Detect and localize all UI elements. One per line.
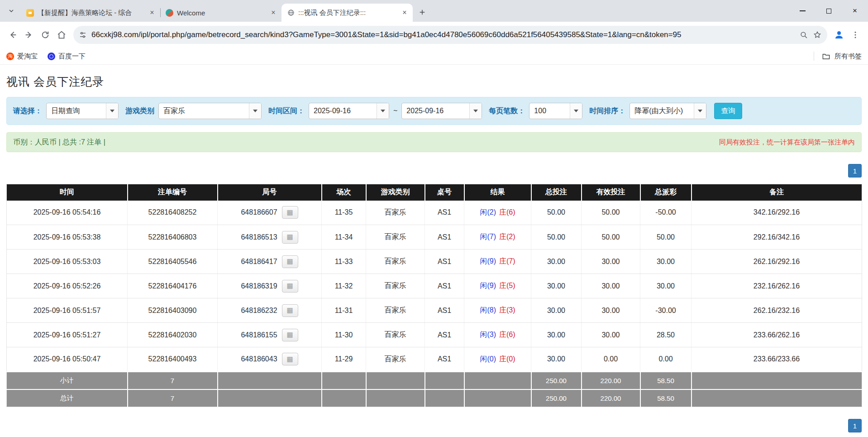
cell-payout: 28.50 — [640, 323, 692, 347]
date-from-select[interactable]: 2025-09-16 — [309, 103, 389, 119]
cell-bet-id: 522816408252 — [128, 201, 218, 225]
search-button[interactable]: 查询 — [714, 103, 742, 119]
cell-valid-bet: 0.00 — [582, 347, 640, 372]
dropdown-arrow-icon[interactable] — [106, 103, 118, 119]
cell-result: 闲(9)庄(5) — [464, 274, 531, 298]
page-1-button[interactable]: 1 — [848, 164, 862, 178]
footer-cell — [425, 389, 464, 407]
dropdown-arrow-icon[interactable] — [249, 103, 261, 119]
cell-note: 262.16/232.16 — [692, 298, 862, 323]
cell-total-bet[interactable]: 30.00 — [531, 298, 582, 323]
back-button[interactable] — [5, 27, 21, 43]
dropdown-arrow-icon[interactable] — [469, 103, 482, 119]
tab-close-icon[interactable]: × — [148, 8, 157, 17]
round-detail-button[interactable]: ▦ — [282, 231, 298, 244]
bookmark-baidu[interactable]: 百度一下 — [48, 52, 86, 61]
cell-time: 2025-09-16 05:53:03 — [7, 250, 128, 274]
cell-total-bet[interactable]: 30.00 — [531, 347, 582, 372]
header-note: 备注 — [692, 184, 862, 201]
menu-button[interactable] — [847, 27, 863, 43]
home-button[interactable] — [53, 27, 70, 43]
tab-bet-records[interactable]: :::视讯 会员下注纪录::: × — [281, 4, 413, 22]
cell-total-bet[interactable]: 30.00 — [531, 250, 582, 274]
result-player: 闲(9) — [480, 257, 496, 265]
game-type-label: 游戏类别 — [125, 106, 154, 116]
date-to-select[interactable]: 2025-09-16 — [401, 103, 482, 119]
cell-table-no: AS1 — [425, 347, 464, 372]
cell-total-bet[interactable]: 30.00 — [531, 323, 582, 347]
round-detail-button[interactable]: ▦ — [282, 206, 298, 219]
url-text[interactable]: 66cxkj98.com/ipl/portal.php/game/betreco… — [91, 30, 795, 39]
total-count: 7 — [128, 389, 218, 407]
zoom-button[interactable] — [800, 31, 808, 39]
cell-valid-bet: 50.00 — [582, 225, 640, 250]
back-icon — [8, 30, 18, 40]
tab-search-button[interactable] — [4, 3, 19, 19]
cell-round: 648186232 ▦ — [218, 298, 322, 323]
cell-total-bet[interactable]: 50.00 — [531, 201, 582, 225]
round-detail-button[interactable]: ▦ — [282, 280, 298, 293]
cell-session: 11-33 — [322, 250, 366, 274]
cards-icon: ▦ — [286, 234, 293, 240]
profile-icon — [834, 29, 844, 40]
round-number: 648186513 — [241, 233, 277, 241]
minimize-button[interactable] — [789, 0, 816, 22]
dropdown-arrow-icon[interactable] — [694, 103, 706, 119]
cell-payout: -50.00 — [640, 201, 692, 225]
dropdown-arrow-icon[interactable] — [570, 103, 582, 119]
cell-total-bet[interactable]: 30.00 — [531, 274, 582, 298]
cell-valid-bet: 30.00 — [582, 274, 640, 298]
page-1-button[interactable]: 1 — [848, 419, 862, 432]
cell-valid-bet: 30.00 — [582, 323, 640, 347]
taobao-icon: 淘 — [6, 53, 14, 60]
cell-round: 648186607 ▦ — [218, 201, 322, 225]
refresh-button[interactable] — [37, 27, 53, 43]
new-tab-button[interactable] — [415, 5, 429, 19]
cell-game-type: 百家乐 — [366, 298, 425, 323]
round-detail-button[interactable]: ▦ — [282, 304, 298, 317]
tab-forum[interactable]: 【新提醒】海燕策略论坛 - 综合 × — [21, 4, 160, 22]
cell-round: 648186043 ▦ — [218, 347, 322, 372]
cell-session: 11-30 — [322, 323, 366, 347]
cell-total-bet[interactable]: 50.00 — [531, 225, 582, 250]
round-detail-button[interactable]: ▦ — [282, 353, 298, 365]
dropdown-arrow-icon[interactable] — [377, 103, 389, 119]
table-row: 2025-09-16 05:54:16 522816408252 6481866… — [7, 201, 862, 225]
maximize-button[interactable] — [816, 0, 842, 22]
cell-table-no: AS1 — [425, 323, 464, 347]
cell-note: 262.16/292.16 — [692, 250, 862, 274]
table-row: 2025-09-16 05:53:03 522816405546 6481864… — [7, 250, 862, 274]
site-info-button[interactable] — [79, 31, 87, 39]
game-type-select[interactable]: 百家乐 — [158, 103, 262, 119]
tab-close-icon[interactable]: × — [269, 8, 278, 17]
bookmark-taobao[interactable]: 淘 爱淘宝 — [6, 52, 38, 61]
table-footer: 小计 7 250.00 220.00 58.50 总计 7 — [7, 372, 862, 407]
query-type-select[interactable]: 日期查询 — [46, 103, 119, 119]
round-detail-button[interactable]: ▦ — [282, 329, 298, 341]
footer-cell — [322, 389, 366, 407]
cell-bet-id: 522816405546 — [128, 250, 218, 274]
per-page-select[interactable]: 100 — [529, 103, 582, 119]
table-header: 时间 注单编号 局号 场次 游戏类别 桌号 结果 总投注 有效投注 总派彩 备注 — [7, 184, 862, 201]
table-row: 2025-09-16 05:53:38 522816406803 6481865… — [7, 225, 862, 250]
header-round: 局号 — [218, 184, 322, 201]
tab-close-icon[interactable]: × — [400, 8, 409, 17]
round-number: 648186607 — [241, 208, 277, 216]
round-number: 648186043 — [241, 355, 277, 363]
cell-note: 292.16/342.16 — [692, 225, 862, 250]
header-valid-bet: 有效投注 — [582, 184, 640, 201]
address-bar[interactable]: 66cxkj98.com/ipl/portal.php/game/betreco… — [73, 26, 827, 44]
cell-valid-bet: 30.00 — [582, 250, 640, 274]
footer-cell — [322, 372, 366, 389]
header-result: 结果 — [464, 184, 531, 201]
tab-welcome[interactable]: Welcome × — [160, 4, 281, 22]
all-bookmarks-button[interactable]: 所有书签 — [814, 52, 862, 61]
forward-button[interactable] — [21, 27, 37, 43]
profile-button[interactable] — [831, 27, 847, 43]
round-number: 648186417 — [241, 258, 277, 266]
round-detail-button[interactable]: ▦ — [282, 255, 298, 268]
bookmark-star-button[interactable] — [813, 30, 822, 39]
baidu-icon — [48, 53, 55, 60]
sort-order-select[interactable]: 降幂(由大到小) — [630, 103, 706, 119]
close-button[interactable]: × — [842, 0, 868, 22]
